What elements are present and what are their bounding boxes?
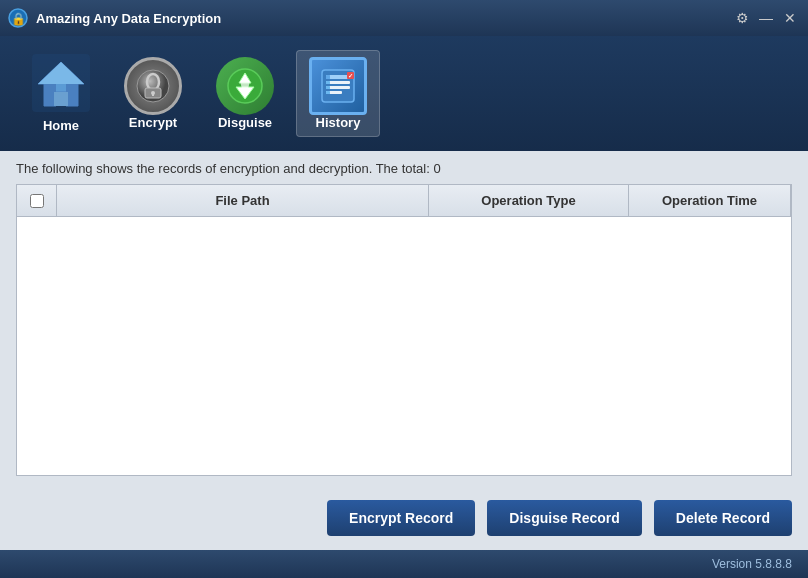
encrypt-icon <box>124 57 182 115</box>
optime-header: Operation Time <box>629 185 791 216</box>
content-area: The following shows the records of encry… <box>0 151 808 486</box>
svg-rect-22 <box>326 75 330 79</box>
main-window: 🔒 Amazing Any Data Encryption ⚙ — ✕ Home <box>0 0 808 578</box>
window-title: Amazing Any Data Encryption <box>36 11 732 26</box>
table-header: File Path Operation Type Operation Time <box>17 185 791 217</box>
settings-button[interactable]: ⚙ <box>732 8 752 28</box>
select-all-cell <box>17 185 57 216</box>
history-icon: ✓ <box>309 57 367 115</box>
info-text: The following shows the records of encry… <box>16 161 792 176</box>
delete-record-button[interactable]: Delete Record <box>654 500 792 536</box>
toolbar: Home Encrypt <box>0 36 808 151</box>
close-button[interactable]: ✕ <box>780 8 800 28</box>
home-label: Home <box>43 118 79 133</box>
svg-text:✓: ✓ <box>348 73 353 79</box>
title-bar: 🔒 Amazing Any Data Encryption ⚙ — ✕ <box>0 0 808 36</box>
table-body <box>17 217 791 475</box>
svg-rect-24 <box>326 86 330 89</box>
encrypt-label: Encrypt <box>129 115 177 130</box>
optype-header: Operation Type <box>429 185 629 216</box>
filepath-header: File Path <box>57 185 429 216</box>
svg-rect-25 <box>326 91 330 94</box>
disguise-record-button[interactable]: Disguise Record <box>487 500 641 536</box>
svg-rect-23 <box>326 81 330 84</box>
app-icon: 🔒 <box>8 8 28 28</box>
disguise-label: Disguise <box>218 115 272 130</box>
select-all-checkbox[interactable] <box>30 194 44 208</box>
svg-rect-7 <box>54 92 68 106</box>
home-icon <box>32 54 90 112</box>
records-table: File Path Operation Type Operation Time <box>16 184 792 476</box>
history-label: History <box>316 115 361 130</box>
svg-rect-12 <box>152 93 154 96</box>
nav-disguise[interactable]: Disguise <box>204 51 286 136</box>
version-text: Version 5.8.8.8 <box>712 557 792 571</box>
window-controls: ⚙ — ✕ <box>732 8 800 28</box>
encrypt-record-button[interactable]: Encrypt Record <box>327 500 475 536</box>
footer-buttons: Encrypt Record Disguise Record Delete Re… <box>0 486 808 550</box>
status-bar: Version 5.8.8.8 <box>0 550 808 578</box>
minimize-button[interactable]: — <box>756 8 776 28</box>
svg-text:🔒: 🔒 <box>11 11 26 26</box>
disguise-icon <box>216 57 274 115</box>
nav-home[interactable]: Home <box>20 48 102 139</box>
nav-history[interactable]: ✓ History <box>296 50 380 137</box>
nav-encrypt[interactable]: Encrypt <box>112 51 194 136</box>
